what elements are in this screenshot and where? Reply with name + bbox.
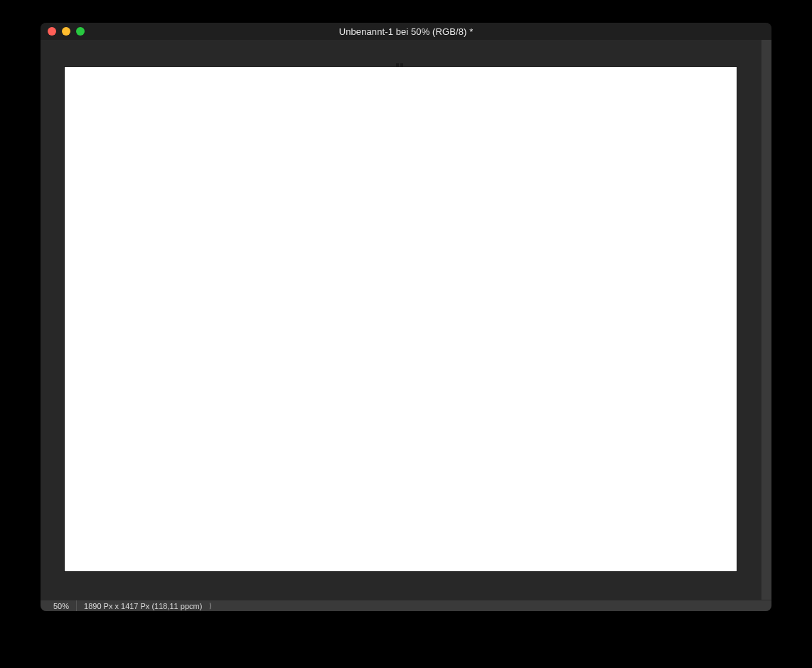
minimize-icon[interactable]	[62, 27, 70, 36]
dimensions-text: 1890 Px x 1417 Px (118,11 ppcm)	[84, 602, 202, 610]
document-dimensions[interactable]: 1890 Px x 1417 Px (118,11 ppcm) ⟩	[77, 600, 219, 611]
vertical-scrollbar[interactable]	[761, 40, 771, 600]
maximize-icon[interactable]	[76, 27, 85, 36]
window-title: Unbenannt-1 bei 50% (RGB/8) *	[41, 26, 771, 37]
titlebar[interactable]: Unbenannt-1 bei 50% (RGB/8) *	[41, 23, 771, 40]
chevron-right-icon[interactable]: ⟩	[206, 602, 212, 610]
zoom-level[interactable]: 50%	[41, 600, 77, 611]
canvas[interactable]	[65, 67, 737, 571]
statusbar: 50% 1890 Px x 1417 Px (118,11 ppcm) ⟩	[41, 600, 771, 611]
document-window: Unbenannt-1 bei 50% (RGB/8) * 50% 1890 P…	[41, 23, 771, 611]
traffic-lights	[41, 27, 85, 36]
close-icon[interactable]	[48, 27, 56, 36]
workspace	[41, 40, 771, 600]
canvas-area[interactable]	[41, 40, 761, 600]
